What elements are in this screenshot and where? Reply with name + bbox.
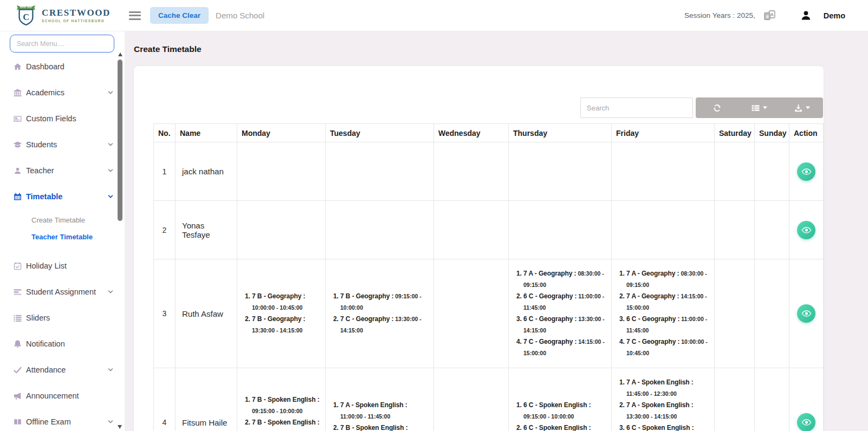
table-row: 3Ruth Asfaw1. 7 B - Geography : 10:00:00… (154, 259, 824, 368)
lesson-time: 11:00:00 - 11:45:00 (340, 413, 390, 420)
row-number: 4 (154, 368, 176, 431)
calendar-check-icon (13, 262, 22, 271)
teacher-name: Yonas Tesfaye (176, 201, 237, 259)
column-header-action: Action (789, 124, 824, 142)
chevron-down-icon (107, 193, 114, 200)
view-button[interactable] (797, 221, 815, 239)
lesson-entry: 1. 7 B - Geography : 09:15:00 - 10:00:00 (333, 291, 429, 314)
lesson-entry: 1. 7 A - Spoken English : 11:00:00 - 11:… (333, 400, 429, 422)
lesson-label: 2. 7 C - Geography : (333, 315, 393, 323)
chevron-down-icon (107, 367, 114, 373)
sidebar-item-custom-fields[interactable]: Custom Fields (0, 106, 125, 132)
sidebar-item-dashboard[interactable]: Dashboard (0, 54, 125, 80)
sidebar-item-label: Students (26, 140, 57, 149)
sidebar-item-announcement[interactable]: Announcement (0, 383, 125, 409)
eye-icon (801, 310, 812, 317)
download-button[interactable] (781, 97, 823, 118)
view-button[interactable] (797, 413, 815, 431)
megaphone-icon (13, 391, 22, 401)
lesson-label: 3. 6 C - Geography : (516, 315, 576, 323)
sidebar-item-label: Holiday List (26, 262, 67, 270)
refresh-button[interactable] (696, 97, 738, 118)
day-cell-sunday (755, 201, 789, 259)
download-icon (794, 103, 803, 113)
check-icon (13, 365, 22, 375)
day-cell-friday: 1. 7 A - Spoken English : 11:45:00 - 12:… (612, 368, 715, 431)
assignment-icon (13, 288, 22, 297)
page-title: Create Timetable (134, 44, 202, 54)
sidebar-scrollbar (117, 53, 123, 429)
table-list-button[interactable] (738, 97, 780, 118)
day-cell-sunday (755, 142, 789, 201)
day-cell-saturday (715, 201, 755, 259)
timetable-header-row: No.NameMondayTuesdayWednesdayThursdayFri… (154, 124, 824, 142)
lesson-label: 2. 7 B - Geography : (245, 315, 305, 323)
day-cell-monday (237, 201, 326, 259)
lesson-label: 1. 7 B - Spoken English : (245, 396, 320, 403)
sidebar-item-holiday-list[interactable]: Holiday List (0, 253, 125, 279)
lesson-label: 1. 7 A - Spoken English : (333, 401, 407, 409)
logo-estd-text: ESTD. 2021 (20, 6, 33, 9)
scrollbar-thumb[interactable] (118, 60, 122, 221)
action-cell (789, 201, 824, 259)
table-row: 4Fitsum Haile1. 7 B - Spoken English : 0… (154, 368, 824, 431)
hamburger-menu-icon[interactable] (129, 7, 142, 24)
lesson-entry: 2. 6 C - Geography : 11:00:00 - 11:45:00 (516, 291, 607, 314)
scroll-down-arrow-icon[interactable] (118, 425, 122, 429)
table-row: 2Yonas Tesfaye (154, 201, 824, 259)
user-avatar-icon[interactable] (800, 10, 812, 21)
sidebar-item-students[interactable]: Students (0, 132, 125, 158)
lesson-time: 09:15:00 - 10:00:00 (523, 413, 574, 420)
sidebar-search-input[interactable] (10, 35, 114, 53)
logo-monogram: C (23, 12, 29, 22)
teacher-timetable-table: No.NameMondayTuesdayWednesdayThursdayFri… (153, 123, 824, 431)
sidebar-item-notification[interactable]: Notification (0, 331, 125, 357)
chevron-down-icon (107, 289, 114, 295)
view-button[interactable] (797, 304, 815, 323)
day-cell-friday: 1. 7 A - Geography : 08:30:00 - 09:15:00… (612, 259, 715, 368)
day-cell-sunday (755, 259, 789, 368)
bank-icon (13, 88, 22, 97)
table-row: 1jack nathan (154, 142, 824, 201)
lesson-label: 1. 7 A - Spoken English : (619, 378, 694, 386)
sidebar-item-offline-exam[interactable]: Offline Exam (0, 409, 125, 431)
day-cell-saturday (715, 259, 755, 368)
table-search-input[interactable] (580, 97, 693, 118)
sidebar-subitem-create-timetable[interactable]: Create Timetable (0, 212, 125, 228)
lesson-entry: 2. 7 A - Geography : 14:15:00 - 15:00:00 (619, 291, 710, 314)
sidebar-item-label: Dashboard (26, 62, 64, 71)
day-cell-wednesday (434, 259, 509, 368)
sidebar-item-label: Notification (26, 339, 65, 348)
sidebar-item-timetable[interactable]: Timetable (0, 184, 125, 210)
scroll-up-arrow-icon[interactable] (118, 53, 122, 56)
sidebar-item-label: Offline Exam (26, 417, 71, 426)
refresh-icon (712, 103, 722, 113)
row-number: 1 (154, 142, 176, 201)
lesson-entry: 1. 7 A - Spoken English : 11:45:00 - 12:… (619, 377, 710, 400)
main-content: Create Timetable No.NameMondayTuesdayWed… (125, 31, 868, 431)
day-cell-wednesday (434, 142, 509, 201)
cache-clear-button[interactable]: Cache Clear (150, 7, 209, 24)
lesson-entry: 3. 6 C - Spoken English : 08:30:00 - 09:… (619, 422, 710, 431)
sidebar-item-teacher[interactable]: Teacher (0, 158, 125, 184)
sidebar-item-label: Attendance (26, 365, 66, 374)
chevron-down-icon (107, 419, 114, 425)
language-icon[interactable]: A a (764, 10, 775, 21)
sidebar-item-academics[interactable]: Academics (0, 80, 125, 106)
lesson-label: 1. 7 B - Geography : (245, 292, 305, 300)
lesson-time: 13:30:00 - 14:15:00 (626, 413, 677, 420)
lesson-label: 2. 7 B - Spoken English : (333, 424, 408, 431)
user-menu[interactable]: Demo (824, 11, 845, 20)
day-cell-monday: 1. 7 B - Spoken English : 09:15:00 - 10:… (237, 368, 326, 431)
sidebar-item-attendance[interactable]: Attendance (0, 357, 125, 383)
sidebar-nav: DashboardAcademicsCustom FieldsStudentsT… (0, 53, 125, 431)
table-toolbar (580, 97, 823, 118)
sidebar-subitem-teacher-timetable[interactable]: Teacher Timetable (0, 228, 125, 245)
view-button[interactable] (797, 162, 815, 181)
day-cell-thursday: 1. 7 A - Geography : 08:30:00 - 09:15:00… (509, 259, 612, 368)
sidebar-item-sliders[interactable]: Sliders (0, 305, 125, 331)
row-number: 2 (154, 201, 176, 259)
sidebar-item-student-assignment[interactable]: Student Assignment (0, 279, 125, 305)
lesson-label: 3. 6 C - Geography : (619, 315, 679, 323)
day-cell-tuesday: 1. 7 A - Spoken English : 11:00:00 - 11:… (326, 368, 434, 431)
